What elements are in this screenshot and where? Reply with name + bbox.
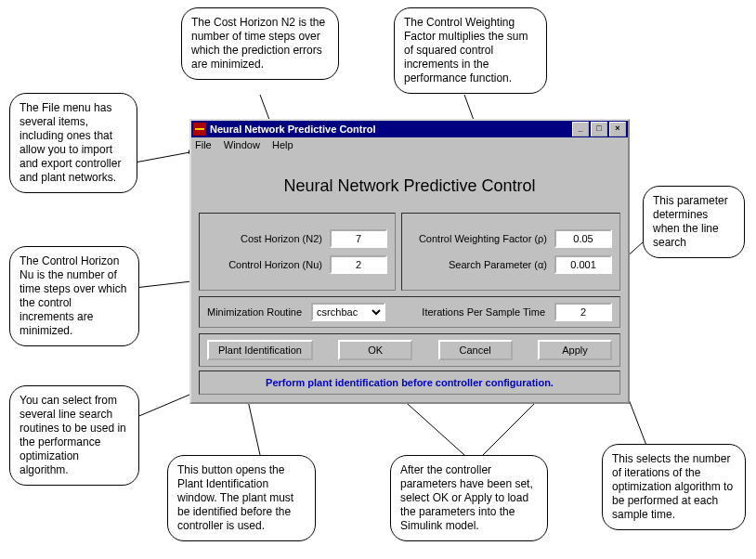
weighting-label: Control Weighting Factor (ρ) (419, 233, 547, 244)
menubar: File Window Help (191, 137, 628, 156)
control-horizon-input[interactable] (330, 255, 387, 274)
plant-identification-button[interactable]: Plant Identification (207, 340, 313, 360)
predictive-control-dialog: Neural Network Predictive Control _ □ × … (189, 119, 630, 404)
ok-button[interactable]: OK (338, 340, 412, 360)
iterations-input[interactable] (554, 303, 612, 321)
svg-line-0 (135, 151, 195, 162)
control-horizon-label: Control Horizon (Nu) (228, 259, 322, 270)
status-message: Perform plant identification before cont… (199, 370, 620, 395)
search-param-input[interactable] (554, 255, 612, 274)
minimization-panel: Minimization Routine csrchbac Iterations… (199, 296, 620, 328)
cost-horizon-input[interactable] (330, 229, 387, 248)
button-row: Plant Identification OK Cancel Apply (199, 333, 620, 367)
window-title: Neural Network Predictive Control (210, 124, 570, 135)
iterations-label: Iterations Per Sample Time (422, 306, 545, 318)
menu-help[interactable]: Help (272, 139, 293, 150)
weighting-panel: Control Weighting Factor (ρ) Search Para… (401, 213, 620, 291)
callout-file-menu: The File menu has several items, includi… (9, 93, 137, 193)
apply-button[interactable]: Apply (538, 340, 612, 360)
callout-line-search: You can select from several line search … (9, 385, 139, 486)
weighting-input[interactable] (554, 229, 612, 248)
menu-file[interactable]: File (195, 139, 212, 150)
callout-control-horizon: The Control Horizon Nu is the number of … (9, 246, 139, 346)
search-param-label: Search Parameter (α) (449, 259, 547, 270)
cancel-button[interactable]: Cancel (438, 340, 513, 360)
callout-plant-identification: This button opens the Plant Identificati… (167, 455, 316, 541)
cost-horizon-label: Cost Horizon (N2) (241, 233, 322, 244)
horizons-panel: Cost Horizon (N2) Control Horizon (Nu) (199, 213, 396, 291)
min-routine-label: Minimization Routine (207, 306, 302, 318)
app-icon (193, 123, 206, 136)
callout-iterations: This selects the number of iterations of… (602, 444, 746, 530)
callout-cost-horizon: The Cost Horizon N2 is the number of tim… (181, 7, 339, 80)
close-button[interactable]: × (609, 122, 626, 136)
titlebar[interactable]: Neural Network Predictive Control _ □ × (191, 121, 628, 137)
menu-window[interactable]: Window (224, 139, 260, 150)
callout-ok-apply: After the controller parameters have bee… (390, 455, 548, 541)
maximize-button[interactable]: □ (591, 122, 607, 136)
page-title: Neural Network Predictive Control (199, 163, 620, 213)
callout-weighting-factor: The Control Weighting Factor multiplies … (394, 7, 547, 94)
min-routine-select[interactable]: csrchbac (311, 303, 385, 321)
parameters-row: Cost Horizon (N2) Control Horizon (Nu) C… (199, 213, 620, 291)
callout-search-parameter: This parameter determines when the line … (643, 186, 745, 258)
minimize-button[interactable]: _ (572, 122, 589, 136)
